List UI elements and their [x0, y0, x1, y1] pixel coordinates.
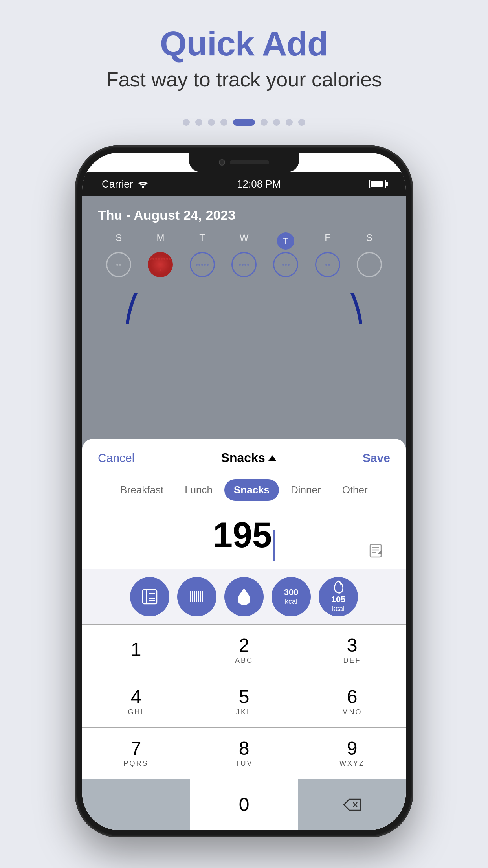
- app-content: Thu - August 24, 2023 S M T W T F S: [82, 196, 406, 830]
- date-title: Thu - August 24, 2023: [98, 208, 390, 223]
- modal-title-text: Snacks: [221, 451, 265, 465]
- status-bar: Carrier 12:08 PM: [82, 172, 406, 196]
- preset-300-button[interactable]: 300 kcal: [272, 577, 311, 616]
- battery-icon: [369, 180, 386, 188]
- wday-sat: S: [354, 232, 385, 250]
- calorie-input-section: 195: [82, 507, 406, 569]
- wday-tue: T: [187, 232, 218, 250]
- dot-2[interactable]: [195, 119, 202, 126]
- day-fri[interactable]: [312, 252, 343, 277]
- day-circle-wed: [231, 252, 257, 277]
- calorie-value[interactable]: 195: [213, 515, 272, 555]
- page-title: Quick Add: [106, 24, 382, 64]
- arc-container: [82, 285, 406, 324]
- key-6[interactable]: 6 MNO: [298, 676, 406, 727]
- key-blank: [82, 779, 190, 830]
- svg-rect-15: [198, 591, 199, 602]
- key-3[interactable]: 3 DEF: [298, 625, 406, 676]
- phone-frame: Carrier 12:08 PM Thu - August 24, 2023: [75, 145, 413, 837]
- svg-rect-11: [190, 591, 191, 602]
- dot-8[interactable]: [286, 119, 293, 126]
- key-4[interactable]: 4 GHI: [82, 676, 190, 727]
- delete-icon: [342, 798, 362, 812]
- wday-thu-wrapper: T: [270, 232, 301, 250]
- progress-arc: [106, 293, 382, 324]
- preset-300-value: 300: [284, 587, 299, 598]
- key-0[interactable]: 0: [190, 779, 298, 830]
- barcode-icon: [188, 588, 205, 605]
- cancel-button[interactable]: Cancel: [98, 451, 134, 465]
- numpad-row-2: 4 GHI 5 JKL 6 MNO: [82, 676, 406, 727]
- day-tue[interactable]: [187, 252, 218, 277]
- svg-rect-14: [196, 591, 197, 602]
- tab-breakfast[interactable]: Breakfast: [111, 479, 173, 501]
- day-sat[interactable]: [354, 252, 385, 277]
- dot-9[interactable]: [298, 119, 305, 126]
- day-circle-sun: [106, 252, 131, 277]
- wday-fri: F: [312, 232, 343, 250]
- svg-rect-1: [370, 544, 381, 557]
- preset-105-value: 105: [331, 594, 346, 605]
- dropdown-arrow-icon[interactable]: [268, 455, 276, 461]
- day-sun[interactable]: [103, 252, 134, 277]
- barcode-button[interactable]: [177, 577, 216, 616]
- day-circle-thu: [273, 252, 298, 277]
- dot-1[interactable]: [183, 119, 190, 126]
- calorie-display: 195: [213, 515, 275, 561]
- speaker-icon: [230, 160, 269, 164]
- day-circle-fri: [315, 252, 340, 277]
- notch: [189, 153, 299, 172]
- preset-300-unit: kcal: [285, 598, 297, 606]
- camera-icon: [219, 159, 225, 166]
- svg-rect-17: [202, 591, 203, 602]
- key-7[interactable]: 7 PQRS: [82, 728, 190, 779]
- water-icon: [235, 587, 253, 607]
- header-section: Quick Add Fast way to track your calorie…: [106, 0, 382, 103]
- tab-other[interactable]: Other: [333, 479, 377, 501]
- dot-6[interactable]: [261, 119, 268, 126]
- tab-lunch[interactable]: Lunch: [175, 479, 222, 501]
- key-2[interactable]: 2 ABC: [190, 625, 298, 676]
- day-wed[interactable]: [228, 252, 260, 277]
- week-circles: [98, 252, 390, 277]
- tab-snacks[interactable]: Snacks: [224, 479, 279, 501]
- banana-icon: [332, 580, 344, 594]
- preset-105-unit: kcal: [332, 605, 345, 613]
- dots-tue: [191, 253, 214, 276]
- day-mon[interactable]: [145, 252, 176, 277]
- key-1[interactable]: 1: [82, 625, 190, 676]
- tab-dinner[interactable]: Dinner: [281, 479, 330, 501]
- diary-button[interactable]: [130, 577, 169, 616]
- pagination-dots: [183, 119, 305, 126]
- page-subtitle: Fast way to track your calories: [106, 68, 382, 91]
- modal-header: Cancel Snacks Save: [82, 439, 406, 473]
- preset-105-button[interactable]: 105 kcal: [319, 577, 358, 616]
- water-button[interactable]: [224, 577, 264, 616]
- week-days-row: S M T W T F S: [98, 232, 390, 250]
- time-label: 12:08 PM: [237, 178, 281, 190]
- day-circle-sat: [357, 252, 382, 277]
- save-button[interactable]: Save: [363, 451, 390, 465]
- status-left: Carrier: [102, 178, 149, 190]
- dot-4[interactable]: [220, 119, 227, 126]
- key-5[interactable]: 5 JKL: [190, 676, 298, 727]
- notes-icon[interactable]: [367, 540, 386, 560]
- key-8[interactable]: 8 TUV: [190, 728, 298, 779]
- diary-icon: [141, 588, 158, 605]
- svg-rect-13: [194, 591, 195, 602]
- key-9[interactable]: 9 WXYZ: [298, 728, 406, 779]
- text-cursor: [273, 530, 275, 561]
- svg-rect-16: [200, 591, 201, 602]
- carrier-label: Carrier: [102, 178, 133, 190]
- dot-5-active[interactable]: [233, 119, 255, 126]
- day-thu[interactable]: [270, 252, 301, 277]
- dots-fri: [316, 253, 339, 276]
- svg-point-0: [142, 186, 144, 188]
- numpad: 1 2 ABC 3 DEF: [82, 624, 406, 830]
- numpad-row-3: 7 PQRS 8 TUV 9 WXYZ: [82, 727, 406, 779]
- delete-button[interactable]: [298, 779, 406, 830]
- dot-7[interactable]: [273, 119, 280, 126]
- dot-3[interactable]: [208, 119, 215, 126]
- calendar-section: Thu - August 24, 2023 S M T W T F S: [82, 196, 406, 285]
- numpad-row-1: 1 2 ABC 3 DEF: [82, 624, 406, 676]
